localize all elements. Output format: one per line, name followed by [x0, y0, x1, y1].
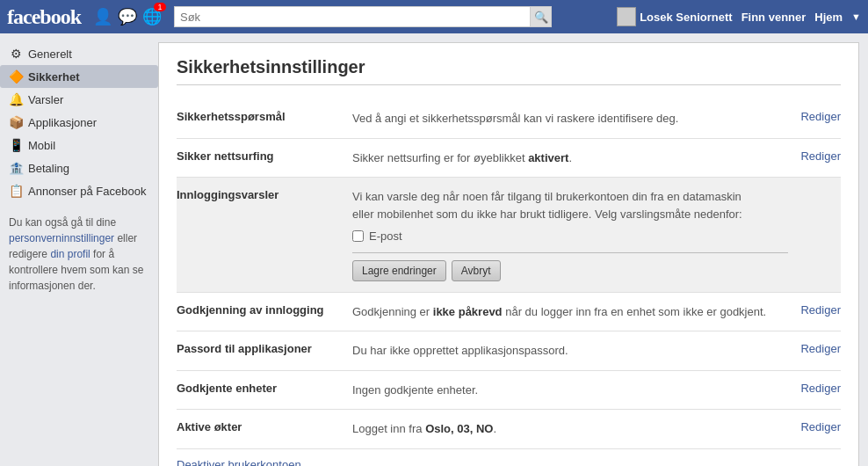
notifications-nav-icon[interactable]: 🌐 1 [142, 7, 162, 26]
varsler-icon: 🔔 [9, 92, 23, 106]
row-label: Aktive økter [177, 420, 352, 433]
row-label: Godkjente enheter [177, 382, 352, 395]
table-row: Sikkerhetsspørsmål Ved å angi et sikkerh… [177, 99, 841, 139]
table-row: Godkjente enheter Ingen godkjente enhete… [177, 371, 841, 411]
row-action: Rediger [788, 342, 841, 355]
email-checkbox-row: E-post [352, 228, 788, 245]
innlogging-line1: Vi kan varsle deg når noen får tilgang t… [352, 188, 788, 206]
top-navigation: facebook 👤 💬 🌐 1 🔍 Losek Seniornett Finn… [0, 0, 868, 33]
sidebar-item-label: Mobil [28, 139, 55, 152]
row-value: Logget inn fra Oslo, 03, NO. [352, 420, 788, 438]
sidebar-item-label: Sikkerhet [28, 70, 80, 84]
table-row: Sikker nettsurfing Sikker nettsurfing er… [177, 139, 841, 178]
row-label: Sikker nettsurfing [177, 149, 352, 163]
sidebar-item-label: Generelt [28, 47, 72, 61]
deaktiver-link[interactable]: Deaktiver brukerkontoen. [177, 449, 841, 467]
email-checkbox[interactable] [352, 230, 364, 242]
table-row: Godkjenning av innlogging Godkjenning er… [177, 293, 841, 332]
table-row: Innloggingsvarsler Vi kan varsle deg når… [177, 178, 841, 293]
friends-nav-icon[interactable]: 👤 [93, 7, 112, 26]
messages-nav-icon[interactable]: 💬 [118, 7, 137, 26]
rediger-link[interactable]: Rediger [800, 420, 841, 433]
lagre-button[interactable]: Lagre endringer [352, 260, 446, 281]
rediger-link[interactable]: Rediger [800, 382, 841, 395]
row-action: Rediger [788, 420, 841, 433]
row-value: Ingen godkjente enheter. [352, 382, 788, 399]
profil-link[interactable]: din profil [50, 248, 90, 260]
divider [352, 252, 788, 253]
sidebar-note-text1: Du kan også gå til dine [9, 216, 116, 229]
notification-badge: 1 [154, 3, 166, 11]
rediger-link[interactable]: Rediger [800, 149, 841, 163]
row-action: Rediger [788, 110, 841, 123]
settings-content: Sikkerhetsinnstillinger Sikkerhetsspørsm… [158, 42, 859, 466]
row-label: Sikkerhetsspørsmål [177, 110, 352, 123]
sidebar-item-varsler[interactable]: 🔔 Varsler [0, 88, 158, 111]
row-value: Vi kan varsle deg når noen får tilgang t… [352, 188, 788, 281]
avbryt-button[interactable]: Avbryt [452, 260, 501, 281]
right-navigation: Losek Seniornett Finn venner Hjem ▼ [617, 7, 861, 26]
innlogging-line2: eller mobilenhet som du ikke har brukt t… [352, 206, 788, 223]
avatar [617, 7, 636, 26]
sidebar-item-mobil[interactable]: 📱 Mobil [0, 134, 158, 157]
email-label: E-post [369, 228, 402, 245]
user-widget[interactable]: Losek Seniornett [617, 7, 732, 26]
row-action: Rediger [788, 149, 841, 163]
rediger-link[interactable]: Rediger [800, 110, 841, 123]
nav-icons-group: 👤 💬 🌐 1 [93, 7, 162, 26]
betaling-icon: 🏦 [9, 161, 23, 175]
sidebar-item-applikasjoner[interactable]: 📦 Applikasjoner [0, 111, 158, 134]
row-value: Godkjenning er ikke påkrevd når du logge… [352, 303, 788, 321]
nav-dropdown-icon[interactable]: ▼ [851, 11, 861, 22]
row-label: Passord til applikasjoner [177, 342, 352, 355]
sidebar-item-label: Betaling [28, 162, 69, 175]
row-label: Godkjenning av innlogging [177, 303, 352, 317]
search-button[interactable]: 🔍 [530, 6, 552, 27]
sidebar-item-generelt[interactable]: ⚙ Generelt [0, 42, 158, 65]
sidebar-item-annonser[interactable]: 📋 Annonser på Facebook [0, 179, 158, 202]
row-label: Innloggingsvarsler [177, 188, 352, 201]
sidebar-item-sikkerhet[interactable]: 🔶 Sikkerhet [0, 65, 158, 88]
generelt-icon: ⚙ [9, 47, 23, 61]
expanded-content: E-post Lagre endringer Avbryt [352, 228, 788, 281]
mobil-icon: 📱 [9, 138, 23, 152]
sidebar-item-label: Applikasjoner [28, 116, 97, 129]
sidebar-item-label: Annonser på Facebook [28, 185, 146, 198]
finn-venner-link[interactable]: Finn venner [741, 11, 807, 24]
hjem-link[interactable]: Hjem [814, 11, 843, 24]
row-action: Rediger [788, 382, 841, 395]
sidebar: ⚙ Generelt 🔶 Sikkerhet 🔔 Varsler 📦 Appli… [0, 33, 158, 466]
row-value: Du har ikke opprettet applikasjonspassor… [352, 342, 788, 360]
personvern-link[interactable]: personverninnstillinger [9, 232, 114, 244]
table-row: Passord til applikasjoner Du har ikke op… [177, 331, 841, 371]
user-name[interactable]: Losek Seniornett [640, 11, 732, 24]
sidebar-note: Du kan også gå til dine personverninnsti… [0, 202, 158, 299]
form-buttons: Lagre endringer Avbryt [352, 260, 788, 281]
rediger-link[interactable]: Rediger [800, 303, 841, 317]
sidebar-item-betaling[interactable]: 🏦 Betaling [0, 157, 158, 179]
facebook-logo: facebook [7, 5, 81, 29]
search-bar: 🔍 [174, 6, 552, 27]
page-title: Sikkerhetsinnstillinger [177, 57, 841, 85]
row-value: Ved å angi et sikkerhetsspørsmål kan vi … [352, 110, 788, 127]
applikasjoner-icon: 📦 [9, 115, 23, 129]
rediger-link[interactable]: Rediger [800, 342, 841, 355]
annonser-icon: 📋 [9, 184, 23, 198]
sikkerhet-icon: 🔶 [9, 69, 23, 84]
main-layout: ⚙ Generelt 🔶 Sikkerhet 🔔 Varsler 📦 Appli… [0, 33, 868, 466]
row-action: Rediger [788, 303, 841, 317]
search-input[interactable] [174, 6, 530, 27]
table-row: Aktive økter Logget inn fra Oslo, 03, NO… [177, 410, 841, 449]
sidebar-item-label: Varsler [28, 93, 63, 106]
row-value: Sikker nettsurfing er for øyeblikket akt… [352, 149, 788, 167]
